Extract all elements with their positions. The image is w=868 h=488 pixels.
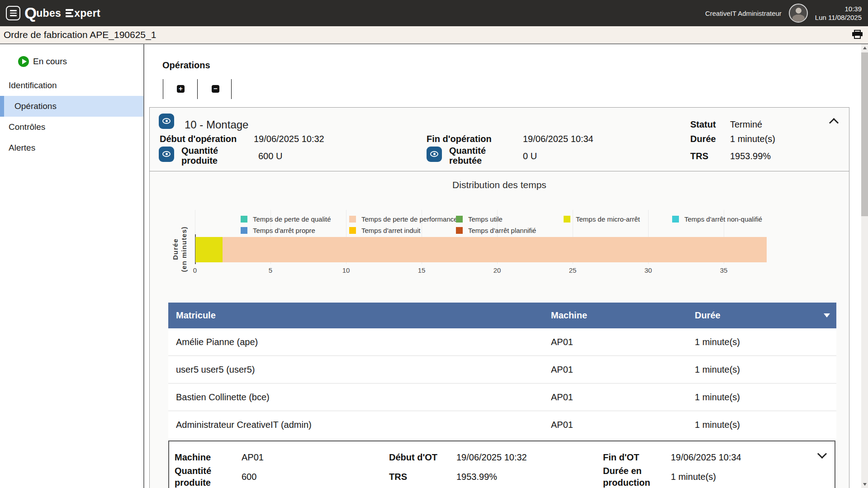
sidebar-item-alertes[interactable]: Alertes <box>0 137 143 158</box>
legend-label: Temps d'arrêt non-qualifié <box>684 215 762 223</box>
legend-label: Temps d'arrêt propre <box>253 227 315 234</box>
scroll-down-arrow-icon[interactable] <box>861 481 868 488</box>
legend-item[interactable]: Temps d'arrêt propre <box>241 227 315 234</box>
cell-matricule: Amélie Pianne (ape) <box>168 337 551 347</box>
cell-machine: AP01 <box>551 420 695 430</box>
trs-ot-label: TRS <box>389 471 407 483</box>
sidebar-status-en-cours[interactable]: En cours <box>18 56 67 67</box>
duree-production-label: Durée en production <box>603 465 659 488</box>
legend-swatch <box>456 227 463 234</box>
top-bar: Qubes xpert CreativeIT Administrateur 10… <box>0 0 868 26</box>
clock-time: 10:39 <box>815 5 862 13</box>
quantite-produite-ot-value: 600 <box>242 471 256 483</box>
toolbar-separator <box>231 79 232 99</box>
fin-ot-label: Fin d'OT <box>603 451 639 463</box>
page-title: Ordre de fabrication APE_190625_1 <box>4 26 156 43</box>
stacked-bar <box>195 237 767 262</box>
hamburger-menu-icon[interactable] <box>6 6 20 20</box>
trs-ot-value: 1953.99% <box>456 471 497 483</box>
legend-label: Temps de perte de qualité <box>253 215 331 223</box>
eye-icon[interactable] <box>159 114 174 129</box>
legend-item[interactable]: Temps d'arrêt plannifié <box>456 227 536 234</box>
clock: 10:39 Lun 11/08/2025 <box>815 5 862 22</box>
cell-matricule: Administrateur CreativeIT (admin) <box>168 420 551 430</box>
statut-value: Terminé <box>730 119 762 129</box>
table-row[interactable]: user5 user5 (user5)AP011 minute(s) <box>168 356 836 384</box>
sidebar-item-controles[interactable]: Contrôles <box>0 117 143 137</box>
debut-operation-label: Début d'opération <box>160 134 237 144</box>
legend-label: Temps de micro-arrêt <box>576 215 640 223</box>
sidebar: En cours IdentificationOpérationsContrôl… <box>0 44 144 488</box>
collapse-chevron-up-icon[interactable] <box>829 118 839 128</box>
quantite-produite-ot-label: Quantité produite <box>175 465 224 488</box>
user-avatar[interactable] <box>789 4 808 23</box>
scrollbar-thumb[interactable] <box>861 52 868 216</box>
duree-value: 1 minute(s) <box>730 134 775 144</box>
cell-duree: 1 minute(s) <box>695 420 836 430</box>
table-row[interactable]: Bastien Collinette (bce)AP011 minute(s) <box>168 384 836 411</box>
legend-swatch <box>564 216 570 223</box>
logo-xpert: xpert <box>74 7 100 19</box>
application-window: Qubes xpert CreativeIT Administrateur 10… <box>0 0 868 488</box>
legend-item[interactable]: Temps de perte de performance <box>349 215 458 223</box>
legend-swatch <box>241 227 247 234</box>
bar-segment <box>223 237 766 262</box>
legend-item[interactable]: Temps d'arrêt non-qualifié <box>672 215 762 223</box>
fin-operation-value: 19/06/2025 10:34 <box>523 134 593 144</box>
legend-item[interactable]: Temps d'arret induit <box>349 227 420 234</box>
sort-descending-icon[interactable] <box>824 313 830 317</box>
remove-operation-button[interactable]: − <box>212 85 219 93</box>
document-title-bar: Ordre de fabrication APE_190625_1 <box>0 26 868 44</box>
legend-swatch <box>241 216 247 223</box>
table-header-row: Matricule Machine Durée <box>168 303 836 328</box>
legend-label: Temps d'arrêt plannifié <box>468 227 536 234</box>
x-tick-label: 30 <box>638 266 658 274</box>
machine-detail-panel: Machine AP01 Quantité produite 600 Début… <box>168 441 835 488</box>
quantite-produite-value: 600 U <box>258 151 282 161</box>
trs-label: TRS <box>690 151 708 161</box>
eye-icon[interactable] <box>427 147 442 162</box>
toolbar-separator <box>197 79 198 99</box>
table-row[interactable]: Administrateur CreativeIT (admin)AP011 m… <box>168 411 836 439</box>
chart-title: Distribution des temps <box>150 180 849 190</box>
sidebar-item-identification[interactable]: Identification <box>0 75 143 96</box>
machine-value: AP01 <box>242 451 264 463</box>
clock-date: Lun 11/08/2025 <box>815 13 862 22</box>
qubes-expert-logo: Qubes xpert <box>24 0 100 26</box>
duree-production-value: 1 minute(s) <box>671 471 716 483</box>
vertical-scrollbar[interactable] <box>861 44 868 488</box>
cell-duree: 1 minute(s) <box>695 337 836 347</box>
logged-in-user[interactable]: CreativeIT Administrateur <box>705 9 782 17</box>
quantite-rebutee-value: 0 U <box>523 151 537 161</box>
debut-ot-label: Début d'OT <box>389 451 437 463</box>
column-header-machine: Machine <box>551 310 695 321</box>
legend-item[interactable]: Temps utile <box>456 215 503 223</box>
add-operation-button[interactable]: + <box>177 85 185 93</box>
legend-item[interactable]: Temps de perte de qualité <box>241 215 331 223</box>
legend-label: Temps utile <box>468 215 503 223</box>
x-tick-label: 5 <box>261 266 280 274</box>
scroll-up-arrow-icon[interactable] <box>861 44 868 52</box>
cell-duree: 1 minute(s) <box>695 365 836 375</box>
status-label: En cours <box>33 57 67 66</box>
table-row[interactable]: Amélie Pianne (ape)AP011 minute(s) <box>168 328 836 356</box>
cell-machine: AP01 <box>551 337 695 347</box>
print-icon[interactable] <box>852 30 863 40</box>
trs-value: 1953.99% <box>730 151 771 161</box>
legend-swatch <box>456 216 463 223</box>
legend-item[interactable]: Temps de micro-arrêt <box>564 215 640 223</box>
eye-icon[interactable] <box>159 147 174 162</box>
x-tick-label: 35 <box>714 266 734 274</box>
legend-swatch <box>349 216 356 223</box>
sidebar-item-operations[interactable]: Opérations <box>0 96 143 117</box>
fin-ot-value: 19/06/2025 10:34 <box>671 451 741 463</box>
time-distribution-chart: Distribution des temps Temps de perte de… <box>150 171 849 303</box>
x-tick-label: 10 <box>336 266 356 274</box>
column-header-duree: Durée <box>695 310 836 321</box>
expand-chevron-down-icon[interactable] <box>817 449 827 459</box>
legend-swatch <box>672 216 679 223</box>
cell-matricule: user5 user5 (user5) <box>168 365 551 375</box>
duree-label: Durée <box>690 134 716 144</box>
operation-header: 10 - Montage Statut Terminé Début d'opér… <box>150 108 849 171</box>
toolbar-separator <box>163 79 163 99</box>
